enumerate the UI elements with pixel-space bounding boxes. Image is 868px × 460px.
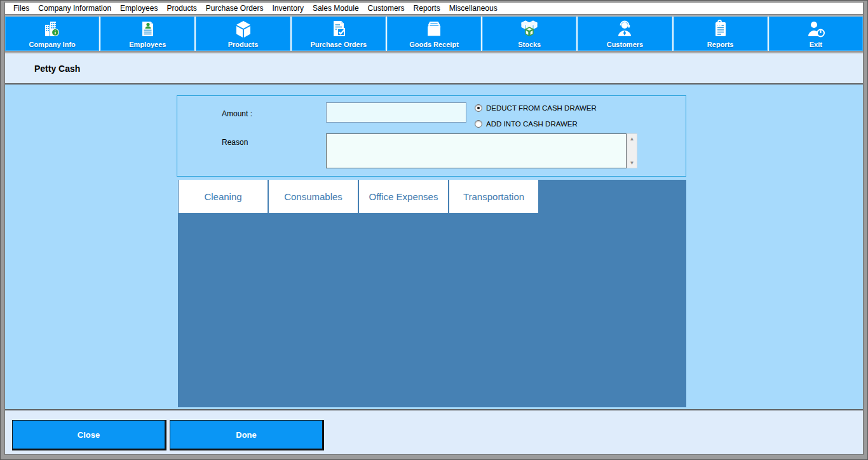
page-header: Petty Cash <box>5 53 863 85</box>
toolbar-button-label: Customers <box>607 41 643 49</box>
employees-icon <box>137 19 158 41</box>
reports-icon <box>710 19 731 41</box>
exit-icon <box>804 19 827 41</box>
close-button[interactable]: Close <box>12 420 166 450</box>
menu-item-reports[interactable]: Reports <box>409 3 445 14</box>
radio-button-icon[interactable] <box>475 104 482 112</box>
page-title: Petty Cash <box>34 64 80 74</box>
toolbar-button-label: Company Info <box>29 41 75 49</box>
toolbar-button-exit[interactable]: Exit <box>769 17 863 51</box>
products-icon <box>233 19 254 41</box>
toolbar-button-label: Products <box>228 41 259 49</box>
toolbar-button-customers[interactable]: Customers <box>578 17 672 51</box>
company-info-icon: i <box>41 19 63 41</box>
menu-item-inventory[interactable]: Inventory <box>268 3 308 14</box>
expense-category-tabcontrol: Cleaning Consumables Office Expenses Tra… <box>178 180 686 407</box>
menu-item-company-information[interactable]: Company Information <box>34 3 116 14</box>
menu-item-purchase-orders[interactable]: Purchase Orders <box>201 3 268 14</box>
radio-label: ADD INTO CASH DRAWER <box>486 120 578 128</box>
amount-label: Amount : <box>222 109 252 118</box>
tab-strip: Cleaning Consumables Office Expenses Tra… <box>178 180 686 213</box>
scroll-down-icon[interactable]: ▼ <box>627 158 637 168</box>
tab-content-panel <box>178 213 686 407</box>
menu-item-products[interactable]: Products <box>162 3 201 14</box>
menu-item-customers[interactable]: Customers <box>363 3 409 14</box>
tab-transportation[interactable]: Transportation <box>449 180 538 213</box>
toolbar-button-label: Exit <box>810 41 822 49</box>
radio-add-into-cash-drawer[interactable]: ADD INTO CASH DRAWER <box>475 120 578 128</box>
customers-icon <box>614 19 635 41</box>
reason-textarea[interactable] <box>326 133 627 168</box>
toolbar-button-products[interactable]: Products <box>196 17 290 51</box>
amount-input[interactable] <box>326 102 466 123</box>
radio-label: DEDUCT FROM CASH DRAWER <box>486 104 597 112</box>
toolbar-button-employees[interactable]: Employees <box>100 17 194 51</box>
goods-receipt-icon <box>422 19 446 41</box>
scroll-up-icon[interactable]: ▲ <box>627 134 637 144</box>
window-frame: Files Company Information Employees Prod… <box>0 0 868 460</box>
petty-cash-form-panel: Amount : DEDUCT FROM CASH DRAWER ADD INT… <box>177 95 686 177</box>
radio-deduct-from-cash-drawer[interactable]: DEDUCT FROM CASH DRAWER <box>475 104 597 112</box>
footer-bar: Close Done <box>5 410 863 454</box>
done-button[interactable]: Done <box>170 420 324 450</box>
toolbar-button-label: Employees <box>129 41 166 49</box>
toolbar-button-stocks[interactable]: Stocks <box>482 17 576 51</box>
stocks-icon <box>518 19 541 41</box>
purchase-orders-icon <box>328 19 349 41</box>
toolbar-button-label: Stocks <box>518 41 541 49</box>
toolbar-button-label: Reports <box>707 41 734 49</box>
toolbar-button-purchase-orders[interactable]: Purchase Orders <box>292 17 386 51</box>
menu-item-sales-module[interactable]: Sales Module <box>308 3 363 14</box>
toolbar-button-goods-receipt[interactable]: Goods Receipt <box>387 17 481 51</box>
main-content: Amount : DEDUCT FROM CASH DRAWER ADD INT… <box>5 85 863 409</box>
toolbar-button-reports[interactable]: Reports <box>674 17 768 51</box>
toolbar-button-company-info[interactable]: i Company Info <box>5 17 99 51</box>
menu-bar: Files Company Information Employees Prod… <box>5 3 863 14</box>
reason-scrollbar[interactable]: ▲ ▼ <box>627 133 637 168</box>
toolbar-button-label: Goods Receipt <box>409 41 459 49</box>
toolbar: i Company Info Employees <box>5 17 863 51</box>
tab-office-expenses[interactable]: Office Expenses <box>359 180 448 213</box>
tab-cleaning[interactable]: Cleaning <box>179 180 268 213</box>
reason-label: Reason <box>222 138 248 147</box>
window: Files Company Information Employees Prod… <box>4 2 864 455</box>
tab-consumables[interactable]: Consumables <box>269 180 358 213</box>
menu-item-files[interactable]: Files <box>9 3 34 14</box>
radio-button-icon[interactable] <box>475 120 482 128</box>
menu-item-miscellaneous[interactable]: Miscellaneous <box>445 3 502 14</box>
toolbar-button-label: Purchase Orders <box>310 41 367 49</box>
menu-item-employees[interactable]: Employees <box>116 3 162 14</box>
